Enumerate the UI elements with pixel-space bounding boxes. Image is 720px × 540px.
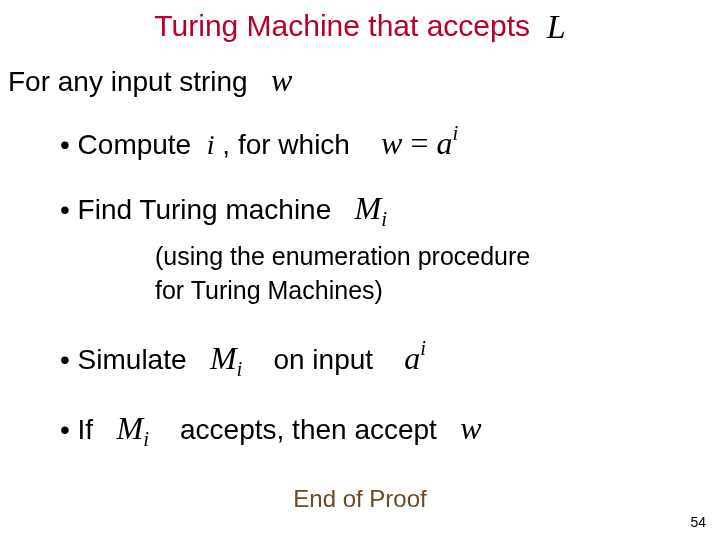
- simulate-ai: ai: [404, 340, 426, 376]
- end-of-proof: End of Proof: [0, 485, 720, 513]
- simulate-a: a: [404, 340, 420, 376]
- compute-expr-lhs: w: [381, 125, 402, 161]
- simulate-M: M: [210, 340, 237, 376]
- find-symbol-Mi: Mi: [355, 190, 387, 226]
- bullet-find-text: • Find Turing machine: [60, 194, 331, 225]
- simulate-Mi: Mi: [210, 340, 242, 376]
- note-line1: (using the enumeration procedure: [155, 242, 530, 270]
- simulate-i: i: [237, 357, 243, 380]
- bullet-simulate: • Simulate Mi on input ai: [60, 340, 426, 377]
- bullet-simulate-pre: • Simulate: [60, 344, 187, 375]
- bullet-compute-mid: , for which: [222, 129, 350, 160]
- intro-line: For any input string w: [8, 62, 292, 99]
- find-i: i: [381, 207, 387, 230]
- note-line2: for Turing Machines): [155, 276, 383, 304]
- bullet-if-mid: accepts, then accept: [180, 414, 437, 445]
- compute-expr-sup: i: [452, 121, 458, 144]
- page-number: 54: [690, 514, 706, 530]
- compute-expr: w = ai: [381, 125, 458, 161]
- bullet-simulate-mid: on input: [273, 344, 373, 375]
- if-w: w: [460, 410, 481, 446]
- slide-title: Turing Machine that accepts L: [0, 8, 720, 46]
- find-M: M: [355, 190, 382, 226]
- intro-symbol-w: w: [271, 62, 292, 98]
- if-M: M: [116, 410, 143, 446]
- bullet-find: • Find Turing machine Mi: [60, 190, 387, 227]
- title-text: Turing Machine that accepts: [154, 9, 530, 42]
- title-symbol-L: L: [547, 8, 566, 45]
- bullet-compute: • Compute i , for which w = ai: [60, 125, 458, 162]
- bullet-if-pre: • If: [60, 414, 93, 445]
- enumeration-note: (using the enumeration procedure for Tur…: [155, 240, 530, 308]
- if-Mi: Mi: [116, 410, 148, 446]
- if-i: i: [143, 427, 149, 450]
- bullet-if: • If Mi accepts, then accept w: [60, 410, 482, 447]
- bullet-compute-var-i: i: [207, 129, 215, 160]
- intro-text: For any input string: [8, 66, 248, 97]
- compute-expr-eq: =: [402, 125, 436, 161]
- compute-expr-base: a: [436, 125, 452, 161]
- simulate-sup-i: i: [420, 336, 426, 359]
- bullet-compute-pre: • Compute: [60, 129, 191, 160]
